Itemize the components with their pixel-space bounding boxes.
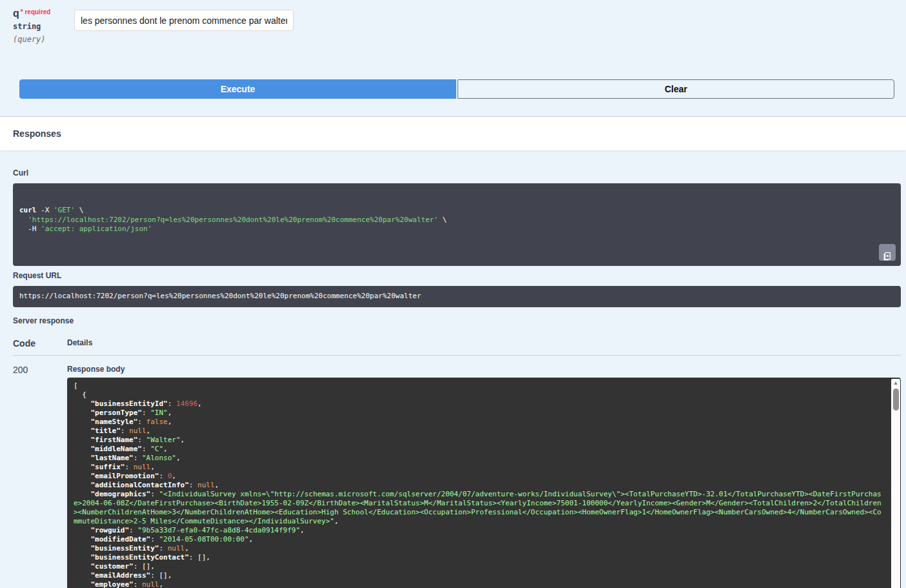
parameter-type: string (13, 22, 74, 31)
responses-section: Curl curl -X 'GET' \ 'https://localhost:… (0, 150, 906, 588)
response-table-header: Code Details (13, 334, 901, 356)
scrollbar-thumb[interactable] (893, 389, 899, 411)
required-badge: * required (21, 8, 51, 15)
parameters-section: q* required string (query) (0, 0, 906, 44)
parameter-meta: q* required string (query) (13, 8, 74, 44)
status-code: 200 (13, 365, 67, 588)
curl-command: curl -X 'GET' \ 'https://localhost:7202/… (19, 206, 894, 234)
parameter-location: (query) (13, 35, 74, 44)
response-row: 200 Response body [ { "businessEntityId"… (13, 356, 901, 588)
execute-row: Execute Clear (19, 79, 894, 99)
responses-title: Responses (13, 128, 893, 139)
code-column-header: Code (13, 338, 67, 349)
response-body-wrap: [ { "businessEntityId": 14696, "personTy… (67, 378, 901, 588)
curl-command-block: curl -X 'GET' \ 'https://localhost:7202/… (13, 183, 901, 266)
response-body: [ { "businessEntityId": 14696, "personTy… (67, 378, 901, 588)
query-input[interactable] (74, 10, 294, 31)
responses-header: Responses (0, 116, 906, 150)
curl-label: Curl (13, 168, 901, 177)
server-response-label: Server response (13, 316, 901, 325)
request-url-label: Request URL (13, 271, 901, 280)
response-body-label: Response body (67, 365, 901, 374)
clear-button[interactable]: Clear (458, 79, 894, 99)
copy-to-clipboard-icon (879, 232, 896, 272)
parameter-name: q* required (13, 8, 74, 19)
scroll-up-icon[interactable]: ▲ (893, 379, 899, 387)
copy-curl-button[interactable] (879, 244, 896, 261)
details-column-header: Details (67, 338, 92, 349)
response-details: Response body [ { "businessEntityId": 14… (67, 365, 901, 588)
request-url-value: https://localhost:7202/person?q=les%20pe… (19, 292, 421, 300)
parameter-name-text: q (13, 8, 19, 19)
response-body-scrollbar[interactable]: ▲ ▼ (891, 379, 900, 588)
execute-button[interactable]: Execute (19, 79, 456, 99)
request-url-block: https://localhost:7202/person?q=les%20pe… (13, 286, 901, 307)
